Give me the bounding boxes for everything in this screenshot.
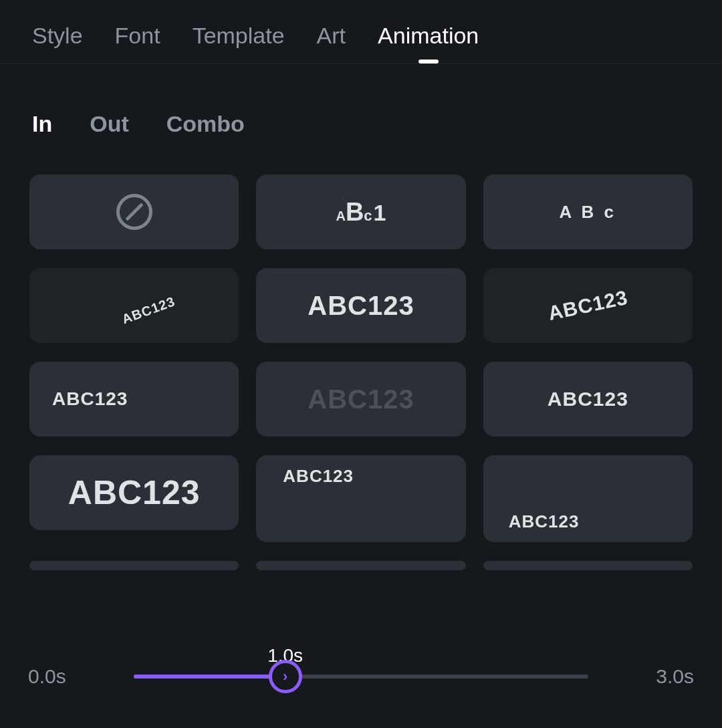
- tab-template[interactable]: Template: [193, 23, 285, 49]
- preset-item[interactable]: ABC123: [483, 455, 693, 542]
- subtab-out[interactable]: Out: [90, 111, 129, 137]
- preset-item[interactable]: [483, 561, 693, 570]
- preset-item[interactable]: ABC123: [483, 362, 693, 437]
- preset-item[interactable]: ABC123: [483, 268, 693, 343]
- preset-preview: ABC123: [509, 513, 580, 530]
- chevron-right-icon: ›: [283, 668, 287, 685]
- tab-font[interactable]: Font: [115, 23, 160, 49]
- slider-fill: [134, 675, 285, 679]
- preset-preview: ABC123: [308, 292, 414, 319]
- preset-item[interactable]: ABC123: [29, 362, 239, 437]
- none-icon: [116, 194, 152, 230]
- preset-preview: A B c: [560, 203, 617, 221]
- preset-item[interactable]: ABC123: [256, 362, 465, 437]
- top-tabs: Style Font Template Art Animation: [0, 0, 722, 64]
- preset-preview: ABC123: [283, 467, 354, 485]
- preset-preview: ABC123: [52, 390, 128, 408]
- subtab-combo[interactable]: Combo: [166, 111, 245, 137]
- preset-preview: ABC123: [548, 389, 628, 409]
- preset-item[interactable]: ABC123: [29, 455, 239, 530]
- preset-preview: ABc1: [336, 198, 386, 227]
- slider-thumb[interactable]: ›: [269, 660, 302, 693]
- preset-item[interactable]: ABC123: [256, 455, 465, 542]
- preset-item[interactable]: [256, 561, 465, 570]
- tab-animation[interactable]: Animation: [378, 23, 479, 49]
- animation-presets: ABc1 A B c ABC123 ABC123 ABC123 ABC123 A…: [0, 137, 722, 570]
- preset-none[interactable]: [29, 174, 239, 249]
- preset-preview: ABC123: [546, 287, 630, 324]
- subtab-in[interactable]: In: [32, 111, 52, 137]
- slider-max-label: 3.0s: [643, 665, 694, 688]
- preset-item[interactable]: [29, 561, 239, 570]
- preset-item[interactable]: ABC123: [29, 268, 239, 343]
- preset-item[interactable]: ABc1: [256, 174, 465, 249]
- preset-preview: ABC123: [308, 386, 414, 412]
- tab-art[interactable]: Art: [317, 23, 346, 49]
- preset-preview: ABC123: [68, 476, 201, 509]
- preset-item[interactable]: A B c: [483, 174, 693, 249]
- preset-preview: ABC123: [120, 294, 177, 326]
- preset-item[interactable]: ABC123: [256, 268, 465, 343]
- slider-min-label: 0.0s: [28, 665, 79, 688]
- animation-direction-tabs: In Out Combo: [0, 64, 722, 137]
- tab-style[interactable]: Style: [32, 23, 83, 49]
- duration-slider: 0.0s 1.0s › 3.0s: [28, 665, 694, 688]
- slider-track[interactable]: 1.0s ›: [134, 675, 588, 679]
